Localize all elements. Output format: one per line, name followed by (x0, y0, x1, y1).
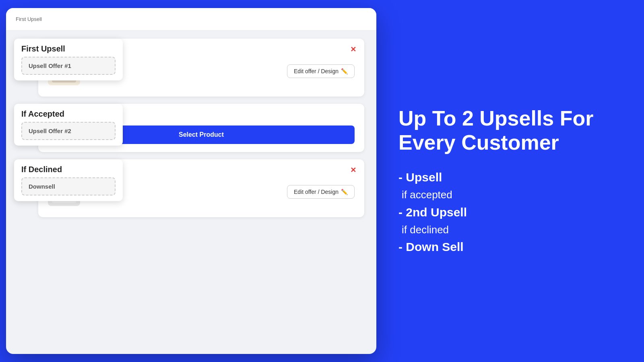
scroll-area[interactable]: First Upsell Upsell Offer #1 Ch... are m… (6, 8, 376, 354)
first-upsell-title: First Upsell (21, 44, 116, 53)
upsell-offer-2-label: Upsell Offer #2 (29, 128, 108, 134)
upsell-offer-1-label: Upsell Offer #1 (29, 62, 108, 69)
right-panel-headline: Up To 2 Upsells For Every Customer (398, 107, 620, 155)
downsell-close[interactable]: ✕ (350, 166, 356, 175)
feature-if-declined: if declined (398, 222, 620, 237)
right-panel: Up To 2 Upsells For Every Customer - Ups… (382, 0, 644, 362)
feature-2nd-upsell: - 2nd Upsell (398, 204, 620, 221)
upsell-1-close[interactable]: ✕ (350, 45, 356, 54)
if-accepted-label: If Accepted Upsell Offer #2 (14, 104, 123, 146)
right-content: Up To 2 Upsells For Every Customer - Ups… (398, 107, 620, 255)
downsell-label: Downsell (29, 183, 108, 190)
top-bar: First Upsell (6, 8, 376, 31)
upsell-1-edit-button[interactable]: Edit offer / Design ✏️ (287, 64, 355, 78)
app-window: First Upsell First Upsell Upsell Offer #… (6, 8, 376, 354)
if-declined-label: If Declined Downsell (14, 159, 123, 201)
breadcrumb: First Upsell (16, 16, 42, 22)
if-declined-title: If Declined (21, 165, 116, 174)
pencil-icon-1: ✏️ (341, 68, 348, 74)
pencil-icon-2: ✏️ (341, 189, 348, 195)
feature-if-accepted: if accepted (398, 187, 620, 202)
if-accepted-title: If Accepted (21, 109, 116, 119)
downsell-edit-button[interactable]: Edit offer / Design ✏️ (287, 185, 355, 199)
feature-upsell: - Upsell (398, 169, 620, 186)
first-upsell-label: First Upsell Upsell Offer #1 (14, 39, 123, 80)
edit-offer-design-2-label: Edit offer / Design (294, 189, 339, 195)
feature-list: - Upsell if accepted - 2nd Upsell if dec… (398, 169, 620, 255)
feature-down-sell: - Down Sell (398, 239, 620, 255)
left-panel: First Upsell First Upsell Upsell Offer #… (0, 0, 382, 362)
edit-offer-design-1-label: Edit offer / Design (294, 68, 339, 74)
